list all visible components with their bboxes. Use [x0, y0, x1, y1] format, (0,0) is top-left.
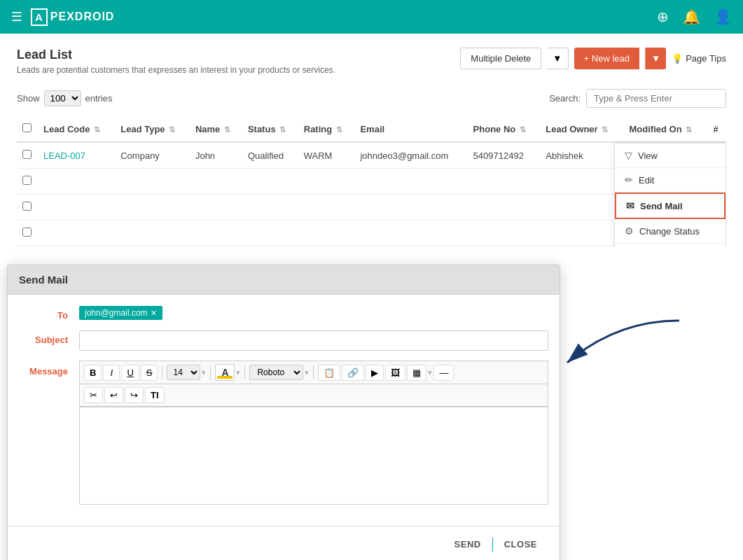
close-button[interactable]: CLOSE	[493, 535, 548, 554]
logo-letter: A	[31, 8, 48, 26]
message-editor[interactable]	[79, 407, 548, 505]
subject-field	[79, 330, 548, 351]
font-size-select[interactable]: 14121618	[167, 365, 200, 380]
email-tag-remove[interactable]: ✕	[151, 309, 157, 318]
nav-right: ⊕ 🔔 👤	[657, 8, 732, 25]
row-checkbox[interactable]	[22, 227, 32, 237]
subject-input[interactable]	[79, 330, 548, 351]
name-cell: John	[190, 142, 242, 169]
context-menu-change-owner[interactable]: 👥 Change Owner	[615, 244, 725, 246]
context-menu-send-mail[interactable]: ✉ Send Mail	[615, 192, 725, 219]
editor-toolbar: B I U S 14121618 ▾ A	[79, 360, 548, 384]
row-checkbox[interactable]	[22, 150, 32, 159]
select-all-checkbox[interactable]	[22, 123, 32, 132]
row-checkbox[interactable]	[22, 202, 32, 211]
image-button[interactable]: 🖼	[385, 365, 405, 381]
nav-left: ☰ A PEXDROID	[11, 8, 114, 26]
paste-button[interactable]: 📋	[318, 365, 340, 381]
add-icon[interactable]: ⊕	[657, 8, 669, 25]
bold-button[interactable]: B	[84, 365, 102, 381]
page-tips-button[interactable]: 💡 Page Tips	[672, 53, 726, 64]
entries-label: entries	[85, 93, 113, 104]
context-menu-view[interactable]: ▽ View	[615, 144, 725, 168]
font-size-arrow: ▾	[202, 368, 206, 377]
table-button[interactable]: ▦	[407, 365, 426, 381]
user-icon[interactable]: 👤	[714, 8, 732, 25]
main-content: Lead List Leads are potential customers …	[0, 34, 743, 560]
hamburger-menu[interactable]: ☰	[11, 9, 22, 24]
lead-type-cell: Company	[115, 142, 190, 169]
send-mail-label: Send Mail	[640, 201, 683, 211]
col-lead-type: Lead Type ⇅	[115, 116, 190, 142]
send-mail-body: To john@gmail.com ✕ Subject Message	[8, 295, 560, 526]
col-email: Email	[354, 116, 467, 142]
toolbar-separator	[162, 365, 162, 379]
edit-icon: ✏	[625, 174, 633, 186]
col-actions: #	[708, 116, 726, 142]
italic-button[interactable]: I	[103, 365, 120, 381]
scissors-button[interactable]: ✂	[84, 387, 103, 403]
page-header: Lead List Leads are potential customers …	[17, 48, 726, 75]
strikethrough-button[interactable]: S	[141, 365, 158, 381]
email-tag: john@gmail.com ✕	[79, 306, 162, 320]
view-icon: ▽	[625, 150, 632, 161]
font-family-select[interactable]: RobotoArialGeorgia	[249, 365, 303, 380]
toolbar-separator-3	[244, 365, 245, 379]
send-mail-footer: SEND CLOSE	[8, 526, 560, 560]
color-arrow: ▾	[236, 368, 240, 377]
to-row: To john@gmail.com ✕	[19, 306, 548, 321]
status-cell: Qualified	[242, 142, 298, 169]
toolbar-separator-2	[210, 365, 211, 379]
lightbulb-icon: 💡	[672, 53, 683, 64]
email-tag-value: john@gmail.com	[85, 308, 148, 318]
underline-button[interactable]: U	[121, 365, 139, 381]
edit-label: Edit	[639, 175, 654, 186]
redo-button[interactable]: ↪	[125, 387, 144, 403]
view-label: View	[638, 150, 658, 161]
subject-label: Subject	[19, 330, 68, 345]
message-label: Message	[19, 360, 68, 377]
table-arrow: ▾	[428, 368, 432, 377]
context-menu-edit[interactable]: ✏ Edit	[615, 168, 725, 192]
logo: A PEXDROID	[31, 8, 114, 26]
send-mail-header: Send Mail	[8, 265, 560, 295]
header-actions: Multiple Delete ▼ + New lead ▼ 💡 Page Ti…	[460, 48, 726, 69]
page-tips-label: Page Tips	[686, 53, 726, 64]
col-status: Status ⇅	[242, 116, 298, 142]
mail-icon: ✉	[626, 200, 634, 211]
table-wrap: Lead Code ⇅ Lead Type ⇅ Name ⇅ Status ⇅ …	[17, 116, 726, 246]
lead-code-link[interactable]: LEAD-007	[43, 150, 85, 161]
page-subtitle: Leads are potential customers that expre…	[17, 65, 335, 75]
message-row: Message B I U S 14121618 ▾	[19, 360, 548, 505]
table-header-row: Lead Code ⇅ Lead Type ⇅ Name ⇅ Status ⇅ …	[17, 116, 726, 142]
arrow-annotation	[546, 307, 700, 391]
format-button[interactable]: TI	[145, 387, 165, 403]
phone-cell: 5409712492	[468, 142, 541, 169]
multiple-delete-dropdown[interactable]: ▼	[547, 48, 568, 69]
col-modified: Modified On ⇅	[624, 116, 708, 142]
subject-row: Subject	[19, 330, 548, 351]
row-checkbox[interactable]	[22, 176, 32, 185]
page-title: Lead List	[17, 48, 335, 62]
context-menu-change-status[interactable]: ⚙ Change Status	[615, 219, 725, 244]
font-color-button[interactable]: A	[215, 364, 235, 381]
video-button[interactable]: ▶	[366, 365, 384, 381]
search-label: Search:	[549, 93, 581, 104]
logo-text: PEXDROID	[50, 10, 115, 23]
table-row: LEAD-007 Company John Qualified WARM joh…	[17, 142, 726, 169]
undo-button[interactable]: ↩	[104, 387, 123, 403]
new-lead-dropdown[interactable]: ▼	[645, 48, 666, 69]
change-status-label: Change Status	[639, 226, 700, 237]
entries-select[interactable]: 100 25 50	[44, 90, 81, 106]
show-entries: Show 100 25 50 entries	[17, 90, 113, 106]
link-button[interactable]: 🔗	[342, 365, 364, 381]
bell-icon[interactable]: 🔔	[683, 8, 700, 25]
send-button[interactable]: SEND	[443, 535, 492, 554]
to-label: To	[19, 306, 68, 321]
multiple-delete-button[interactable]: Multiple Delete	[460, 48, 541, 69]
email-cell: johndeo3@gmail.com	[354, 142, 467, 169]
change-status-icon: ⚙	[625, 225, 634, 237]
hr-button[interactable]: —	[433, 365, 454, 381]
search-input[interactable]	[586, 89, 726, 108]
new-lead-button[interactable]: + New lead	[574, 48, 639, 69]
